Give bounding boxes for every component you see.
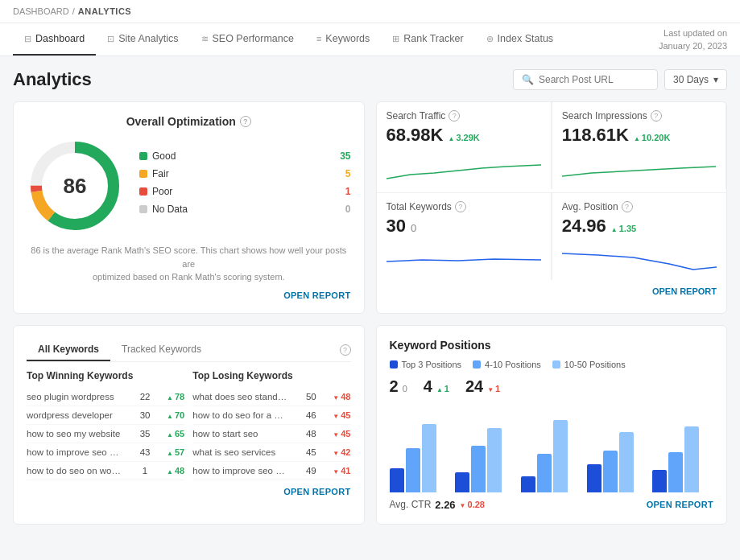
- search-impressions-info-icon[interactable]: ?: [651, 110, 662, 121]
- search-traffic-arrow: [448, 133, 454, 142]
- page-header: Analytics 🔍 30 Days ▾: [13, 69, 727, 90]
- search-post-url-input[interactable]: [539, 74, 649, 85]
- tab-keywords-label: Keywords: [325, 33, 370, 44]
- avg-position-info-icon[interactable]: ?: [622, 201, 633, 212]
- ctr-value: Avg. CTR 2.26 0.28: [390, 499, 485, 511]
- bar-group-2: [521, 420, 582, 492]
- header-controls: 🔍 30 Days ▾: [513, 69, 727, 90]
- search-impressions-change: 10.20K: [634, 133, 670, 142]
- main-grid: Overall Optimization ?: [13, 101, 727, 314]
- donut-score: 86: [64, 174, 87, 199]
- tab-site-analytics[interactable]: ⊡ Site Analytics: [96, 23, 189, 56]
- pos-metrics: 2 0 4 1 24 1: [390, 377, 714, 396]
- tab-keywords[interactable]: ≡ Keywords: [305, 23, 381, 56]
- bar-4-top3: [652, 470, 667, 492]
- top-losing-col: Top Losing Keywords what does seo stand …: [192, 370, 350, 480]
- bar-1-low: [487, 428, 502, 492]
- tab-dashboard-label: Dashboard: [35, 33, 85, 44]
- tab-dashboard[interactable]: ⊟ Dashboard: [13, 23, 96, 56]
- chevron-down-icon: ▾: [713, 74, 718, 85]
- keywords-tabs: All Keywords Tracked Keywords: [27, 339, 340, 361]
- search-traffic-value: 68.98K 3.29K: [387, 125, 541, 146]
- tabs-container: ⊟ Dashboard ⊡ Site Analytics ≋ SEO Perfo…: [13, 23, 564, 56]
- keywords-info-icon[interactable]: ?: [340, 344, 351, 356]
- search-impressions-value: 118.61K 10.20K: [562, 125, 716, 146]
- tab-index-status[interactable]: ⊛ Index Status: [475, 23, 565, 56]
- keyword-positions-legend: Top 3 Positions 4-10 Positions 10-50 Pos…: [390, 360, 714, 369]
- legend-10-50: 10-50 Positions: [552, 360, 626, 369]
- stat-search-traffic: Search Traffic ? 68.98K 3.29K: [377, 102, 552, 189]
- breadcrumb-parent: DASHBOARD: [13, 6, 69, 16]
- legend-item-good: Good 35: [139, 150, 351, 162]
- bar-4-low: [684, 426, 699, 492]
- optimization-info-icon[interactable]: ?: [240, 116, 251, 127]
- keywords-open-report[interactable]: OPEN REPORT: [27, 487, 351, 496]
- optimization-body: 86 Good 35 Fair 5 Poor 1: [27, 138, 351, 234]
- four-ten-dot: [473, 360, 481, 369]
- kw-winning-3-change: 57: [167, 447, 184, 457]
- keyword-positions-title: Keyword Positions: [390, 339, 714, 352]
- search-post-url-box[interactable]: 🔍: [513, 69, 658, 90]
- total-keywords-label: Total Keywords ?: [387, 201, 541, 212]
- bar-2-low: [553, 420, 568, 492]
- bar-group-0: [390, 424, 451, 492]
- optimization-legend: Good 35 Fair 5 Poor 1 No Data 0: [139, 150, 351, 221]
- kw-tab-tracked[interactable]: Tracked Keywords: [110, 339, 213, 361]
- bar-group-3: [587, 432, 648, 492]
- bar-3-top3: [587, 464, 602, 492]
- seo-performance-icon: ≋: [201, 34, 209, 44]
- kw-losing-2-change: 45: [333, 429, 350, 439]
- legend-top3: Top 3 Positions: [390, 360, 462, 369]
- ctr-row: Avg. CTR 2.26 0.28 OPEN REPORT: [390, 499, 714, 511]
- index-status-icon: ⊛: [486, 34, 494, 44]
- breadcrumb: DASHBOARD / ANALYTICS: [13, 6, 131, 16]
- stat-search-impressions: Search Impressions ? 118.61K 10.20K: [552, 102, 726, 189]
- total-keywords-value: 30 0: [387, 216, 541, 237]
- bar-4-mid: [668, 452, 683, 492]
- kw-winning-0: seo plugin wordpress 22 78: [27, 388, 184, 406]
- last-updated: Last updated on January 20, 2023: [659, 27, 727, 53]
- kw-tab-all[interactable]: All Keywords: [27, 339, 110, 361]
- search-stats-open-report[interactable]: OPEN REPORT: [377, 280, 727, 299]
- rank-tracker-icon: ⊞: [392, 34, 399, 44]
- kw-losing-0-change: 48: [333, 392, 350, 401]
- optimization-open-report[interactable]: OPEN REPORT: [27, 290, 351, 300]
- kw-winning-1-change: 70: [167, 410, 184, 420]
- days-dropdown[interactable]: 30 Days ▾: [664, 69, 727, 90]
- kw-winning-4: how to do seo on wordpress 1 48: [27, 462, 184, 480]
- top-bar: DASHBOARD / ANALYTICS: [0, 0, 740, 23]
- kw-losing-3: what is seo services 45 42: [192, 443, 350, 462]
- search-icon: 🔍: [522, 74, 534, 85]
- tab-bar: ⊟ Dashboard ⊡ Site Analytics ≋ SEO Perfo…: [0, 23, 740, 56]
- bar-3-mid: [603, 451, 618, 492]
- stats-grid: Search Traffic ? 68.98K 3.29K: [377, 102, 727, 280]
- search-impressions-label: Search Impressions ?: [562, 110, 716, 121]
- bottom-grid: All Keywords Tracked Keywords ? Top Winn…: [13, 325, 727, 525]
- tab-rank-tracker[interactable]: ⊞ Rank Tracker: [381, 23, 474, 56]
- stat-total-keywords: Total Keywords ? 30 0: [377, 192, 552, 280]
- bar-1-top3: [455, 472, 469, 492]
- ten-fifty-dot: [552, 360, 560, 369]
- top-winning-col: Top Winning Keywords seo plugin wordpres…: [27, 370, 184, 480]
- total-keywords-info-icon[interactable]: ?: [455, 201, 466, 212]
- pos-metric-1: 4 1: [424, 377, 449, 396]
- avg-position-value: 24.96 1.35: [562, 216, 717, 237]
- bar-group-1: [455, 428, 516, 492]
- bar-0-low: [422, 424, 436, 492]
- tab-seo-performance[interactable]: ≋ SEO Performance: [190, 23, 305, 56]
- bar-2-top3: [521, 476, 535, 492]
- keywords-icon: ≡: [316, 34, 321, 43]
- optimization-title: Overall Optimization ?: [27, 115, 351, 128]
- search-traffic-info-icon[interactable]: ?: [449, 110, 460, 121]
- kw-winning-3: how to improve seo wordp... 43 57: [27, 443, 184, 462]
- positions-open-report[interactable]: OPEN REPORT: [647, 500, 713, 509]
- page-content: Analytics 🔍 30 Days ▾ Overall Optimizati…: [0, 56, 740, 537]
- kw-winning-4-change: 48: [167, 466, 184, 476]
- total-keywords-chart: [387, 241, 541, 274]
- stat-avg-position: Avg. Position ? 24.96 1.35: [552, 192, 726, 280]
- breadcrumb-sep: /: [72, 6, 75, 16]
- kw-losing-2: how to start seo 48 45: [192, 425, 350, 443]
- kw-losing-1: how to do seo for a website 46 45: [192, 406, 350, 425]
- tab-site-analytics-label: Site Analytics: [118, 33, 178, 44]
- kw-columns: Top Winning Keywords seo plugin wordpres…: [27, 370, 351, 480]
